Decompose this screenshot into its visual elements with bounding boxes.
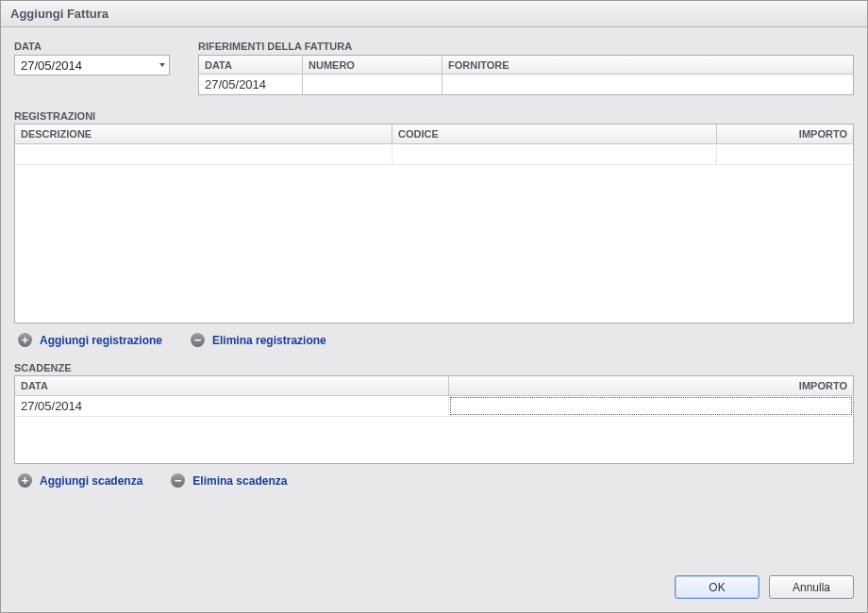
riferimenti-data-value: 27/05/2014 <box>205 77 266 91</box>
add-registrazione-label: Aggiungi registrazione <box>40 334 162 347</box>
scadenze-label: SCADENZE <box>14 362 854 373</box>
add-scadenza-button[interactable]: + Aggiungi scadenza <box>18 473 142 488</box>
riferimenti-col-numero[interactable]: NUMERO <box>303 56 442 75</box>
ok-button[interactable]: OK <box>675 575 760 599</box>
scadenze-header: DATA IMPORTO <box>15 376 853 396</box>
riferimenti-header-row: DATA NUMERO FORNITORE <box>199 56 854 75</box>
remove-registrazione-button[interactable]: − Elimina registrazione <box>191 333 326 347</box>
table-row[interactable]: 27/05/2014 <box>15 396 853 417</box>
registrazioni-body[interactable] <box>15 144 853 323</box>
data-dropdown[interactable]: 27/05/2014 <box>14 55 170 75</box>
scadenze-cell-importo[interactable] <box>450 397 852 415</box>
scadenze-grid: DATA IMPORTO 27/05/2014 <box>14 375 854 464</box>
scadenze-actions: + Aggiungi scadenza − Elimina scadenza <box>14 464 854 503</box>
riferimenti-group: RIFERIMENTI DELLA FATTURA DATA NUMERO FO… <box>198 41 854 95</box>
registrazioni-label: REGISTRAZIONI <box>14 110 854 122</box>
titlebar[interactable]: Aggiungi Fattura <box>1 1 867 27</box>
dialog-window: Aggiungi Fattura DATA 27/05/2014 RIFERIM… <box>0 0 868 613</box>
plus-icon: + <box>18 473 32 488</box>
registrazioni-col-codice[interactable]: CODICE <box>392 124 717 143</box>
registrazioni-actions: + Aggiungi registrazione − Elimina regis… <box>14 323 854 362</box>
data-field-group: DATA 27/05/2014 <box>14 41 170 95</box>
scadenze-col-data[interactable]: DATA <box>15 376 449 395</box>
riferimenti-data-cell[interactable]: 27/05/2014 <box>199 75 303 95</box>
dialog-content: DATA 27/05/2014 RIFERIMENTI DELLA FATTUR… <box>1 27 867 564</box>
dialog-buttons: OK Annulla <box>1 564 867 612</box>
registrazioni-header: DESCRIZIONE CODICE IMPORTO <box>15 124 853 144</box>
registrazioni-col-importo[interactable]: IMPORTO <box>717 124 853 143</box>
registrazioni-cell-importo[interactable] <box>717 144 853 164</box>
add-registrazione-button[interactable]: + Aggiungi registrazione <box>18 333 162 347</box>
minus-icon: − <box>171 473 185 488</box>
riferimenti-col-data[interactable]: DATA <box>199 56 303 75</box>
riferimenti-table: DATA NUMERO FORNITORE 27/05/2014 <box>198 55 854 95</box>
riferimenti-label: RIFERIMENTI DELLA FATTURA <box>198 41 854 52</box>
remove-registrazione-label: Elimina registrazione <box>212 334 326 347</box>
top-row: DATA 27/05/2014 RIFERIMENTI DELLA FATTUR… <box>14 41 854 95</box>
window-title: Aggiungi Fattura <box>10 7 108 21</box>
cancel-button[interactable]: Annulla <box>769 575 854 599</box>
chevron-down-icon <box>159 63 165 67</box>
add-scadenza-label: Aggiungi scadenza <box>40 474 142 488</box>
registrazioni-grid: DESCRIZIONE CODICE IMPORTO <box>14 124 854 323</box>
registrazioni-cell-codice[interactable] <box>392 144 717 164</box>
data-label: DATA <box>14 41 170 52</box>
scadenze-body[interactable]: 27/05/2014 <box>15 396 853 463</box>
plus-icon: + <box>18 333 32 347</box>
data-value: 27/05/2014 <box>21 58 82 73</box>
registrazioni-col-descrizione[interactable]: DESCRIZIONE <box>15 124 392 143</box>
registrazioni-cell-descrizione[interactable] <box>15 144 392 164</box>
scadenze-cell-data[interactable]: 27/05/2014 <box>15 396 449 416</box>
table-row[interactable] <box>15 144 853 165</box>
remove-scadenza-button[interactable]: − Elimina scadenza <box>171 473 287 488</box>
scadenze-col-importo[interactable]: IMPORTO <box>449 376 853 395</box>
remove-scadenza-label: Elimina scadenza <box>192 474 287 488</box>
riferimenti-data-row: 27/05/2014 <box>199 75 854 95</box>
riferimenti-col-fornitore[interactable]: FORNITORE <box>442 56 854 75</box>
riferimenti-numero-cell[interactable] <box>303 75 442 95</box>
riferimenti-fornitore-cell[interactable] <box>442 75 854 95</box>
minus-icon: − <box>191 333 205 347</box>
